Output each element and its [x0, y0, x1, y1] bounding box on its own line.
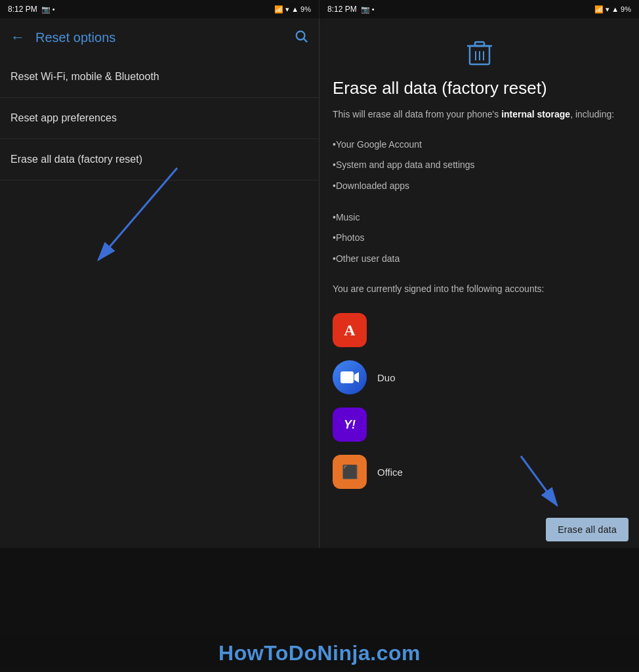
wifi-icon: ▾ [285, 5, 289, 14]
right-status-bar: 8:12 PM 📷 • 📶 ▾ ▲ 9% [320, 0, 639, 18]
right-status-icons: 📷 • [361, 5, 375, 14]
bullet-user-data: •Other user data [333, 249, 626, 270]
svg-line-1 [304, 39, 307, 42]
app-row-adobe: A [333, 306, 626, 354]
erase-btn-bar: Erase all data [320, 511, 639, 548]
erase-content: Erase all data (factory reset) This will… [320, 18, 639, 548]
svg-rect-6 [475, 42, 484, 46]
right-right-icons: 📶 ▾ ▲ 9% [594, 5, 631, 14]
bullet-google: •Your Google Account [333, 135, 626, 156]
duo-label: Duo [377, 372, 396, 383]
erase-all-data-button[interactable]: Erase all data [546, 518, 629, 541]
bullet-system: •System and app data and settings [333, 155, 626, 176]
back-button[interactable]: ← [10, 29, 25, 46]
signal-icon: ▲ [291, 5, 299, 13]
menu-item-app-prefs[interactable]: Reset app preferences [0, 98, 319, 139]
trash-icon-wrap [333, 38, 626, 67]
svg-marker-11 [354, 372, 359, 383]
right-wifi-icon: ▾ [606, 5, 609, 14]
left-time: 8:12 PM [8, 5, 37, 14]
right-bluetooth-icon: 📶 [594, 5, 604, 14]
svg-rect-10 [340, 371, 354, 383]
right-signal-icon: ▲ [611, 5, 619, 13]
app-row-office: ⬛ Office [333, 448, 626, 495]
left-panel: ← Reset options Reset Wi-Fi, mobile & Bl… [0, 18, 320, 548]
left-status-bar: 8:12 PM 📷 • 📶 ▾ ▲ 9% [0, 0, 320, 18]
right-time: 8:12 PM [327, 5, 357, 14]
svg-line-3 [98, 168, 177, 260]
right-battery: 9% [621, 5, 631, 13]
app-row-yahoo: Y! [333, 401, 626, 448]
menu-list: Reset Wi-Fi, mobile & Bluetooth Reset ap… [0, 56, 319, 548]
left-right-icons: 📶 ▾ ▲ 9% [274, 5, 311, 14]
page-title: Reset options [35, 30, 294, 45]
status-bars: 8:12 PM 📷 • 📶 ▾ ▲ 9% 8:12 PM 📷 • 📶 ▾ ▲ 9… [0, 0, 639, 18]
accounts-label: You are currently signed into the follow… [333, 282, 626, 296]
svg-point-0 [297, 31, 305, 39]
left-status-icons: 📷 • [41, 5, 55, 14]
adobe-icon: A [333, 313, 367, 347]
duo-icon [333, 360, 367, 394]
screens-container: ← Reset options Reset Wi-Fi, mobile & Bl… [0, 18, 639, 548]
search-button[interactable] [294, 29, 308, 47]
menu-item-factory-reset[interactable]: Erase all data (factory reset) [0, 139, 319, 180]
toolbar: ← Reset options [0, 18, 319, 56]
right-panel[interactable]: Erase all data (factory reset) This will… [320, 18, 639, 548]
erase-subtitle: This will erase all data from your phone… [333, 108, 626, 121]
menu-item-wifi[interactable]: Reset Wi-Fi, mobile & Bluetooth [0, 56, 319, 98]
trash-icon [466, 38, 493, 67]
app-row-duo: Duo [333, 354, 626, 401]
bullet-list: •Your Google Account •System and app dat… [333, 135, 626, 270]
bullet-apps: •Downloaded apps [333, 176, 626, 197]
battery-left: 9% [300, 5, 311, 13]
bluetooth-icon: 📶 [274, 5, 283, 14]
watermark: HowToDoNinja.com [0, 635, 639, 672]
bullet-music: •Music [333, 207, 626, 228]
erase-title: Erase all data (factory reset) [333, 77, 626, 100]
office-label: Office [377, 467, 403, 478]
yahoo-icon: Y! [333, 408, 367, 442]
bullet-photos: •Photos [333, 228, 626, 249]
office-icon: ⬛ [333, 455, 367, 489]
